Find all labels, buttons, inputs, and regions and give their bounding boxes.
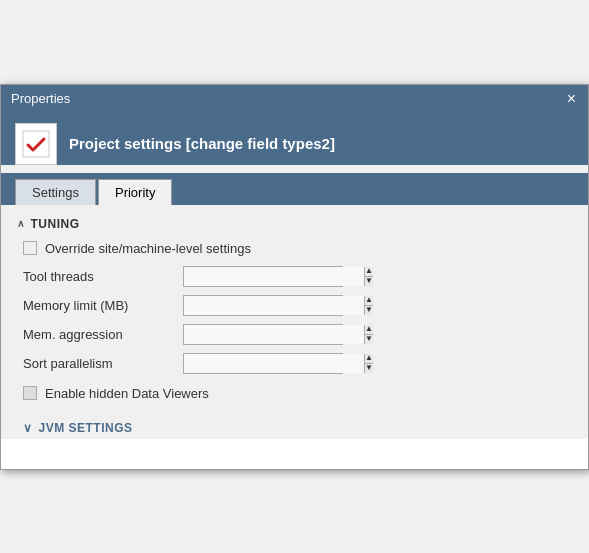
tool-threads-down[interactable]: ▼ <box>365 276 373 286</box>
memory-limit-buttons: ▲ ▼ <box>364 296 373 315</box>
sort-parallelism-up[interactable]: ▲ <box>365 354 373 363</box>
properties-dialog: Properties × Project settings [change fi… <box>0 84 589 470</box>
tabs-bar: Settings Priority <box>1 173 588 205</box>
enable-hidden-label: Enable hidden Data Viewers <box>45 386 209 401</box>
tuning-label: TUNING <box>31 217 80 231</box>
memory-limit-label: Memory limit (MB) <box>23 298 183 313</box>
memory-limit-input[interactable]: 2000 <box>184 296 364 315</box>
mem-aggression-up[interactable]: ▲ <box>365 325 373 334</box>
tuning-chevron[interactable]: ∧ <box>17 218 25 229</box>
project-icon-svg <box>21 129 51 159</box>
mem-aggression-row: Mem. aggression 30 ▲ ▼ <box>17 324 572 345</box>
tool-threads-input[interactable]: 8 <box>184 267 364 286</box>
enable-hidden-checkbox[interactable] <box>23 386 37 400</box>
jvm-section-header[interactable]: ∨ JVM SETTINGS <box>17 415 572 435</box>
sort-parallelism-buttons: ▲ ▼ <box>364 354 373 373</box>
sort-parallelism-row: Sort parallelism 2 ▲ ▼ <box>17 353 572 374</box>
close-button[interactable]: × <box>565 91 578 107</box>
enable-hidden-row: Enable hidden Data Viewers <box>17 382 572 405</box>
mem-aggression-spinbox: 30 ▲ ▼ <box>183 324 343 345</box>
memory-limit-down[interactable]: ▼ <box>365 305 373 315</box>
tool-threads-up[interactable]: ▲ <box>365 267 373 276</box>
torn-bottom-edge <box>1 439 588 469</box>
sort-parallelism-input[interactable]: 2 <box>184 354 364 373</box>
title-bar: Properties × <box>1 85 588 113</box>
dialog-header-title: Project settings [change field types2] <box>69 135 335 152</box>
override-checkbox-label: Override site/machine-level settings <box>45 241 251 256</box>
jvm-chevron: ∨ <box>23 421 33 435</box>
tool-threads-label: Tool threads <box>23 269 183 284</box>
mem-aggression-label: Mem. aggression <box>23 327 183 342</box>
jvm-label: JVM SETTINGS <box>39 421 133 435</box>
project-icon <box>15 123 57 165</box>
override-checkbox-row: Override site/machine-level settings <box>17 241 572 256</box>
sort-parallelism-label: Sort parallelism <box>23 356 183 371</box>
tab-settings[interactable]: Settings <box>15 179 96 205</box>
dialog-header: Project settings [change field types2] <box>1 113 588 165</box>
tool-threads-row: Tool threads 8 ▲ ▼ <box>17 266 572 287</box>
mem-aggression-buttons: ▲ ▼ <box>364 325 373 344</box>
sort-parallelism-down[interactable]: ▼ <box>365 363 373 373</box>
content-area: ∧ TUNING Override site/machine-level set… <box>1 205 588 435</box>
memory-limit-up[interactable]: ▲ <box>365 296 373 305</box>
dialog-title: Properties <box>11 91 70 106</box>
mem-aggression-down[interactable]: ▼ <box>365 334 373 344</box>
tool-threads-buttons: ▲ ▼ <box>364 267 373 286</box>
override-checkbox[interactable] <box>23 241 37 255</box>
tool-threads-spinbox: 8 ▲ ▼ <box>183 266 343 287</box>
memory-limit-row: Memory limit (MB) 2000 ▲ ▼ <box>17 295 572 316</box>
memory-limit-spinbox: 2000 ▲ ▼ <box>183 295 343 316</box>
mem-aggression-input[interactable]: 30 <box>184 325 364 344</box>
tab-priority[interactable]: Priority <box>98 179 172 205</box>
sort-parallelism-spinbox: 2 ▲ ▼ <box>183 353 343 374</box>
tuning-section-header: ∧ TUNING <box>17 217 572 231</box>
